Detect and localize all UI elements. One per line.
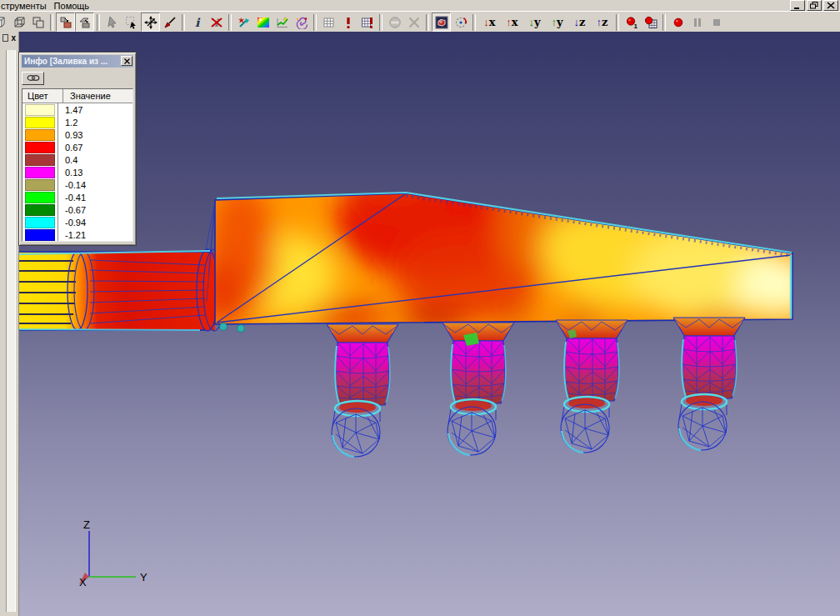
y-axis-label: Y [140,571,148,583]
pointer-button [102,13,122,32]
pan-axes-button[interactable] [141,13,160,32]
info-delete-button[interactable]: i [207,13,226,32]
record-icon [672,16,685,29]
fill-rainbow-button[interactable] [253,13,272,32]
legend-table: Цвет Значение 1.471.20.930.670.40.13-0.1… [22,88,133,242]
legend-color-swatch [25,117,55,128]
legend-title-bar[interactable]: Инфо [Заливка из ... [22,55,133,68]
view-y-minus-button[interactable]: ↓y [523,13,546,32]
grid-alert-icon [361,16,374,29]
legend-value: -1.21 [58,228,132,241]
legend-row: 1.2 [22,116,132,128]
dock-close-button[interactable]: x [11,35,16,42]
legend-row: 0.93 [22,128,132,141]
toolbar-separator [228,14,232,31]
exhaust-leg [327,324,398,457]
axis-letter: x [512,17,518,28]
view-y-plus-button[interactable]: ↑y [546,13,568,32]
legend-color-swatch [25,167,55,178]
cancel-x-icon [408,16,421,29]
pause-button [688,13,707,32]
legend-value: -0.14 [58,178,132,191]
toolbar-separator [182,14,185,31]
fea-model-canvas[interactable]: Z Y X [18,32,840,616]
window-controls [790,0,838,11]
legend-row: -0.67 [22,203,132,216]
menu-item-tools[interactable]: струменты [0,1,53,11]
svg-text:i: i [195,16,201,29]
menu-items-container: струментыПомощь [0,1,96,11]
view-x-minus-button[interactable]: ↓x [478,13,501,32]
cubes-overlap-button[interactable] [28,13,48,32]
legend-row: -0.14 [22,178,132,191]
legend-color-cell [22,103,58,116]
legend-color-swatch [25,154,55,166]
legend-color-cell [22,216,58,228]
restore-button[interactable] [807,0,822,11]
info-icon: i [191,16,204,29]
grid-table-icon [322,16,336,29]
svg-text:1: 1 [633,23,638,29]
close-button[interactable] [823,0,838,11]
select-rect-button [122,13,141,32]
legend-color-swatch [25,179,55,191]
toolbar-separator [313,14,317,31]
info-button[interactable]: i [188,13,207,32]
view-z-minus-button[interactable]: ↓z [568,13,591,32]
legend-row: 0.4 [22,153,132,166]
record-one-icon: 1 [625,16,638,29]
toolbar-separator [426,14,429,31]
menu-item-help[interactable]: Помощь [53,1,97,11]
legend-table-header: Цвет Значение [22,89,132,103]
selection-filter-through-button[interactable] [75,13,94,32]
legend-close-button[interactable] [121,56,132,66]
grid-alert-button[interactable] [358,13,377,32]
legend-value: 1.2 [58,116,132,128]
cube-edge-button[interactable] [0,13,9,32]
inlet-pipe [18,249,225,331]
legend-color-cell [22,191,58,203]
view-box-button[interactable] [432,13,451,32]
alert-icon [342,16,355,29]
legend-row: 1.47 [22,103,132,116]
grid-table-button[interactable] [319,13,338,32]
record-one-button[interactable]: 1 [622,13,641,32]
cancel-x-button [404,13,423,32]
legend-row: -0.41 [22,191,132,203]
link-button[interactable] [22,72,44,85]
view-x-plus-button[interactable]: ↑x [501,13,523,32]
rotate-view-button[interactable] [451,13,470,32]
probe-dart-button[interactable] [160,13,179,32]
legend-color-cell [22,128,58,141]
new-result-button[interactable] [234,13,253,32]
record-button[interactable] [668,13,688,32]
toolbar-separator [50,14,53,31]
swirl-result-button[interactable] [292,13,311,32]
legend-color-swatch [25,229,55,241]
toolbar-separator [662,14,666,31]
legend-color-cell [22,178,58,191]
legend-value: 0.13 [58,166,132,178]
legend-panel: Инфо [Заливка из ... Цвет Значение 1.471… [18,52,137,246]
alert-button[interactable] [338,13,358,32]
selection-filter-front-button[interactable] [56,13,75,32]
dock-header: x [0,32,18,43]
axis-letter: x [489,17,496,28]
3d-viewport[interactable]: Z Y X x Инфо [Заливка из ... [0,32,840,616]
dock-edge[interactable] [6,50,16,612]
manifold-body [200,173,812,331]
legend-value: -0.94 [58,216,132,228]
legend-color-swatch [25,104,55,116]
legend-color-swatch [25,192,55,203]
probe-dart-icon [163,16,177,29]
graph-result-button[interactable] [272,13,292,32]
legend-value: 0.93 [58,128,132,141]
legend-color-swatch [25,142,55,153]
record-grid-button[interactable] [641,13,660,32]
swirl-result-icon [295,16,308,29]
minimize-button[interactable] [790,0,805,11]
restore-icon [810,2,818,9]
cube-wireframe-button[interactable] [9,13,28,32]
value-column-header: Значение [63,91,132,101]
view-z-plus-button[interactable]: ↑z [591,13,613,32]
